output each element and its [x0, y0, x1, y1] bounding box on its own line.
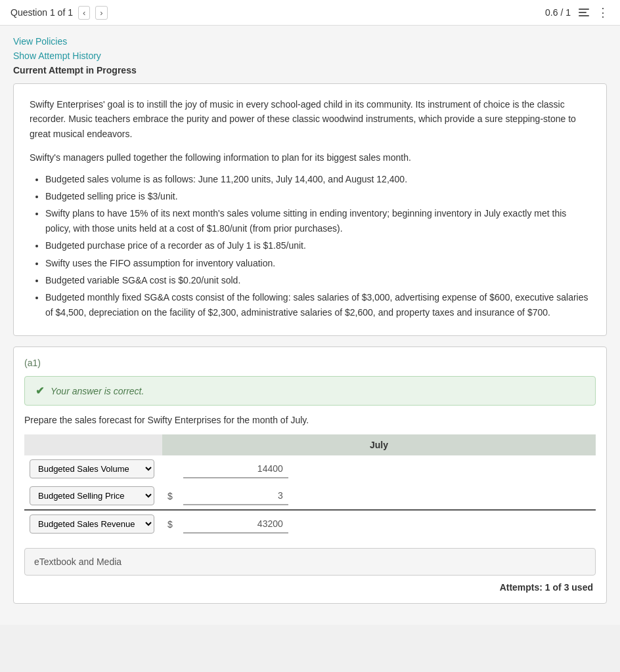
prepare-label: Prepare the sales forecast for Swifty En… — [24, 415, 596, 425]
checkmark-icon: ✔ — [35, 385, 44, 397]
problem-box: Swifty Enterprises' goal is to instill t… — [13, 83, 607, 336]
prev-question-button[interactable]: ‹ — [78, 6, 90, 20]
col-header-july: July — [162, 434, 596, 455]
sales-volume-input[interactable] — [183, 460, 288, 478]
value-cell-0[interactable] — [178, 455, 596, 482]
top-bar-right: 0.6 / 1 ⋮ — [545, 5, 609, 20]
sales-revenue-input[interactable] — [183, 515, 288, 534]
correct-text: Your answer is correct. — [51, 386, 144, 396]
table-row: Budgeted Selling Price $ — [24, 482, 596, 510]
budgeted-selling-price-dropdown[interactable]: Budgeted Selling Price — [30, 486, 154, 505]
bullet-item: Budgeted monthly fixed SG&A costs consis… — [45, 290, 590, 320]
section-a1-label: (a1) — [24, 358, 596, 368]
dollar-sign-0 — [162, 455, 178, 482]
top-bar: Question 1 of 1 ‹ › 0.6 / 1 ⋮ — [0, 0, 620, 26]
next-question-button[interactable]: › — [95, 6, 107, 20]
bullet-item: Budgeted variable SG&A cost is $0.20/uni… — [45, 273, 590, 287]
bullet-item: Swifty plans to have 15% of its next mon… — [45, 206, 590, 236]
bullet-list: Budgeted sales volume is as follows: Jun… — [30, 172, 590, 320]
show-attempt-history-link[interactable]: Show Attempt History — [13, 51, 607, 61]
budgeted-sales-revenue-dropdown[interactable]: Budgeted Sales Revenue — [30, 514, 154, 534]
bullet-item: Budgeted purchase price of a recorder as… — [45, 238, 590, 253]
question-navigation: Question 1 of 1 ‹ › — [11, 6, 108, 20]
correct-banner: ✔ Your answer is correct. — [24, 376, 596, 406]
view-policies-link[interactable]: View Policies — [13, 36, 607, 47]
table-row: Budgeted Sales Revenue $ — [24, 510, 596, 537]
attempts-label: Attempts: 1 of 3 used — [24, 582, 596, 593]
bullet-item: Swifty uses the FIFO assumption for inve… — [45, 256, 590, 270]
bullet-item: Budgeted selling price is $3/unit. — [45, 189, 590, 203]
value-cell-1[interactable] — [178, 482, 596, 510]
selling-price-input[interactable] — [183, 487, 288, 505]
dollar-sign-2: $ — [162, 510, 178, 537]
budgeted-sales-volume-dropdown[interactable]: Budgeted Sales Volume — [30, 459, 154, 478]
current-attempt-label: Current Attempt in Progress — [13, 65, 607, 75]
content-area: View Policies Show Attempt History Curre… — [0, 26, 620, 625]
value-cell-2[interactable] — [178, 510, 596, 537]
dollar-sign-1: $ — [162, 482, 178, 510]
dropdown-cell-2[interactable]: Budgeted Sales Revenue — [24, 510, 162, 537]
bullet-item: Budgeted sales volume is as follows: Jun… — [45, 172, 590, 186]
table-row: Budgeted Sales Volume — [24, 455, 596, 482]
etextbook-bar[interactable]: eTextbook and Media — [24, 548, 596, 576]
problem-info: Swifty's managers pulled together the fo… — [30, 150, 590, 165]
problem-intro-1: Swifty Enterprises' goal is to instill t… — [30, 97, 590, 141]
dropdown-cell-1[interactable]: Budgeted Selling Price — [24, 482, 162, 510]
more-options-icon[interactable]: ⋮ — [597, 5, 609, 20]
forecast-table: July Budgeted Sales Volume — [24, 434, 596, 537]
question-label: Question 1 of 1 — [11, 7, 73, 18]
dropdown-cell-0[interactable]: Budgeted Sales Volume — [24, 455, 162, 482]
col-header-empty — [24, 434, 162, 455]
score-label: 0.6 / 1 — [545, 7, 571, 18]
list-icon[interactable] — [579, 9, 589, 16]
section-a1: (a1) ✔ Your answer is correct. Prepare t… — [13, 346, 607, 604]
